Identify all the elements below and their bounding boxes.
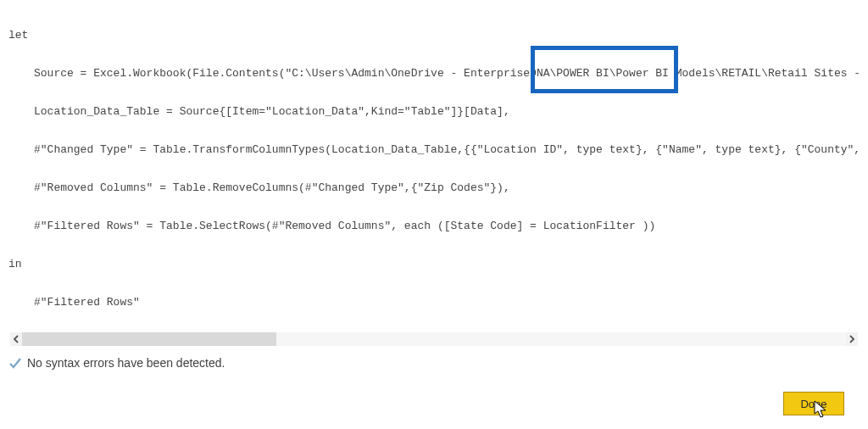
- advanced-editor-pane: let Source = Excel.Workbook(File.Content…: [0, 0, 868, 429]
- code-line: #"Filtered Rows": [8, 296, 863, 309]
- code-line: #"Filtered Rows" = Table.SelectRows(#"Re…: [8, 220, 863, 232]
- code-line: Source = Excel.Workbook(File.Contents("C…: [8, 67, 863, 80]
- code-line: Location_Data_Table = Source{[Item="Loca…: [8, 105, 863, 118]
- done-button[interactable]: Done: [783, 392, 844, 415]
- syntax-status: No syntax errors have been detected.: [8, 356, 225, 370]
- scroll-left-arrow-icon[interactable]: [10, 332, 22, 346]
- horizontal-scrollbar[interactable]: [10, 332, 858, 346]
- done-button-label: Done: [800, 398, 826, 410]
- scroll-right-arrow-icon[interactable]: [846, 332, 858, 346]
- syntax-status-text: No syntax errors have been detected.: [27, 356, 225, 370]
- code-line: in: [8, 258, 863, 270]
- scroll-track[interactable]: [22, 332, 846, 346]
- code-line: let: [8, 29, 863, 42]
- code-line: #"Changed Type" = Table.TransformColumnT…: [8, 143, 863, 156]
- code-editor[interactable]: let Source = Excel.Workbook(File.Content…: [0, 0, 868, 331]
- scroll-thumb[interactable]: [22, 332, 276, 346]
- check-icon: [8, 356, 22, 370]
- code-line: #"Removed Columns" = Table.RemoveColumns…: [8, 181, 863, 194]
